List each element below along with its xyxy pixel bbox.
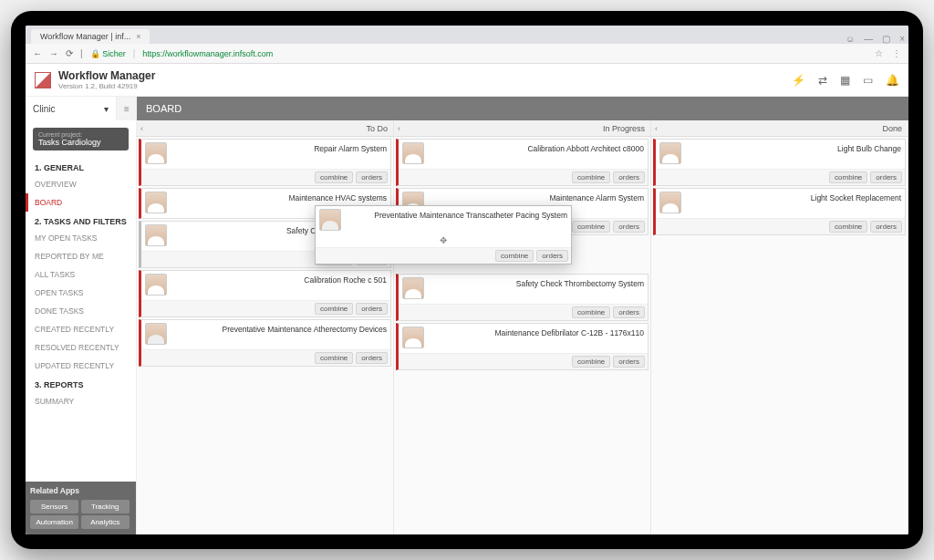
col-collapse-icon[interactable]: ‹ bbox=[398, 124, 400, 133]
nav-created[interactable]: CREATED RECENTLY bbox=[26, 320, 136, 338]
tab-title: Workflow Manager | inf... bbox=[40, 32, 130, 41]
nav-open[interactable]: OPEN TASKS bbox=[26, 284, 136, 302]
task-card[interactable]: Preventative Maintenance Atherectomy Dev… bbox=[139, 319, 391, 367]
task-card[interactable]: Maintenance Defibrilator C-12B - 1176x11… bbox=[396, 323, 649, 370]
avatar-icon bbox=[145, 323, 167, 345]
column-header-done: Done bbox=[882, 124, 902, 133]
task-card[interactable]: Calibration Abbott Architect c8000 combi… bbox=[396, 139, 649, 186]
related-sensors[interactable]: Sensors bbox=[30, 500, 78, 513]
grid-icon[interactable]: ▦ bbox=[840, 74, 850, 87]
device-frame: Workflow Manager | inf... × ☺ — ▢ × ← → … bbox=[11, 11, 923, 549]
combine-pill[interactable]: combine bbox=[315, 352, 353, 364]
close-window-icon[interactable]: × bbox=[899, 34, 905, 44]
star-icon[interactable]: ☆ bbox=[875, 48, 883, 58]
orders-pill[interactable]: orders bbox=[613, 356, 645, 368]
related-analytics[interactable]: Analytics bbox=[81, 515, 130, 529]
sub-header: Clinic ▾ ≡ BOARD bbox=[26, 97, 908, 120]
combine-pill[interactable]: combine bbox=[495, 250, 534, 262]
screen: Workflow Manager | inf... × ☺ — ▢ × ← → … bbox=[26, 26, 908, 534]
menu-icon[interactable]: ⋮ bbox=[892, 48, 901, 58]
task-card[interactable]: Light Socket Replacement combineorders bbox=[653, 188, 906, 235]
task-title: Preventative Maintenance Transcatheter P… bbox=[347, 209, 567, 220]
browser-tabbar: Workflow Manager | inf... × ☺ — ▢ × bbox=[26, 26, 908, 44]
maximize-icon[interactable]: ▢ bbox=[882, 34, 890, 44]
orders-pill[interactable]: orders bbox=[870, 171, 902, 183]
orders-pill[interactable]: orders bbox=[613, 306, 645, 318]
orders-pill[interactable]: orders bbox=[613, 221, 645, 233]
bell-icon[interactable]: 🔔 bbox=[886, 74, 899, 87]
combine-pill[interactable]: combine bbox=[572, 171, 610, 183]
related-automation[interactable]: Automation bbox=[30, 515, 78, 529]
orders-pill[interactable]: orders bbox=[356, 303, 388, 315]
orders-pill[interactable]: orders bbox=[356, 171, 388, 183]
url-text[interactable]: https://workflowmanager.infsoft.com bbox=[142, 49, 273, 58]
task-card[interactable]: Light Bulb Change combineorders bbox=[653, 139, 906, 186]
nav-section-tasks: 2. TASKS AND FILTERS bbox=[26, 212, 136, 229]
task-title: Repair Alarm System bbox=[172, 142, 387, 153]
avatar-icon bbox=[145, 192, 167, 213]
nav-section-reports: 3. REPORTS bbox=[26, 375, 136, 392]
clinic-label: Clinic bbox=[33, 104, 55, 114]
col-collapse-icon[interactable]: ‹ bbox=[140, 124, 143, 133]
project-label: Current project: bbox=[38, 131, 123, 138]
combine-pill[interactable]: combine bbox=[829, 221, 867, 233]
related-tracking[interactable]: Tracking bbox=[81, 500, 130, 513]
col-collapse-icon[interactable]: ‹ bbox=[655, 124, 658, 133]
project-value: Tasks Cardiology bbox=[38, 138, 123, 147]
forward-icon[interactable]: → bbox=[49, 48, 58, 58]
app-header: Workflow Manager Version 1.2, Build 4291… bbox=[26, 64, 908, 97]
combine-pill[interactable]: combine bbox=[315, 171, 353, 183]
clinic-selector[interactable]: Clinic ▾ bbox=[26, 97, 117, 120]
combine-pill[interactable]: combine bbox=[315, 303, 353, 315]
reload-icon[interactable]: ⟳ bbox=[66, 48, 73, 58]
minimize-icon[interactable]: — bbox=[864, 34, 873, 44]
nav-summary[interactable]: SUMMARY bbox=[26, 392, 136, 410]
avatar-icon bbox=[145, 274, 167, 296]
card-icon[interactable]: ▭ bbox=[863, 74, 873, 87]
task-card[interactable]: Repair Alarm System combineorders bbox=[139, 139, 391, 186]
avatar-icon bbox=[319, 209, 341, 231]
column-header-inprogress: In Progress bbox=[603, 124, 645, 133]
combine-pill[interactable]: combine bbox=[572, 306, 610, 318]
column-header-todo: To Do bbox=[366, 124, 388, 133]
task-title: Maintenance Alarm System bbox=[430, 192, 644, 202]
bolt-icon[interactable]: ⚡ bbox=[792, 74, 805, 87]
task-title: Light Bulb Change bbox=[687, 142, 901, 153]
board-title-bar: BOARD bbox=[137, 97, 908, 120]
task-title: Preventative Maintenance Atherectomy Dev… bbox=[172, 323, 387, 334]
combine-pill[interactable]: combine bbox=[572, 356, 610, 368]
column-todo: ‹To Do Repair Alarm System combineorders… bbox=[137, 120, 394, 534]
task-title: Maintenance HVAC systems bbox=[172, 192, 387, 202]
nav-reported[interactable]: REPORTED BY ME bbox=[26, 247, 136, 265]
orders-pill[interactable]: orders bbox=[870, 221, 902, 233]
dragging-card[interactable]: Preventative Maintenance Transcatheter P… bbox=[315, 205, 572, 264]
sliders-icon[interactable]: ⇄ bbox=[818, 74, 827, 87]
avatar-icon bbox=[402, 142, 424, 164]
orders-pill[interactable]: orders bbox=[356, 352, 388, 364]
back-icon[interactable]: ← bbox=[33, 48, 42, 58]
nav-updated[interactable]: UPDATED RECENTLY bbox=[26, 357, 136, 375]
hamburger-icon[interactable]: ≡ bbox=[117, 97, 137, 120]
task-card[interactable]: Safety Check Thrombectomy System combine… bbox=[396, 274, 649, 321]
user-icon[interactable]: ☺ bbox=[846, 34, 855, 44]
browser-tab[interactable]: Workflow Manager | inf... × bbox=[31, 29, 150, 44]
task-card[interactable]: Calibration Roche c 501 combineorders bbox=[139, 270, 391, 317]
close-tab-icon[interactable]: × bbox=[136, 32, 140, 41]
avatar-icon bbox=[145, 224, 167, 246]
combine-pill[interactable]: combine bbox=[572, 221, 610, 233]
nav-my-open[interactable]: MY OPEN TASKS bbox=[26, 229, 136, 247]
avatar-icon bbox=[659, 192, 681, 213]
nav-done[interactable]: DONE TASKS bbox=[26, 302, 136, 320]
nav-board[interactable]: BOARD bbox=[26, 193, 136, 212]
sidebar: Current project: Tasks Cardiology 1. GEN… bbox=[26, 120, 137, 534]
orders-pill[interactable]: orders bbox=[536, 250, 568, 262]
app-subtitle: Version 1.2, Build 42919 bbox=[58, 82, 155, 90]
task-title: Safety Check Thrombectomy System bbox=[430, 277, 644, 288]
nav-overview[interactable]: OVERVIEW bbox=[26, 175, 136, 193]
nav-resolved[interactable]: RESOLVED RECENTLY bbox=[26, 338, 136, 357]
project-selector[interactable]: Current project: Tasks Cardiology bbox=[33, 128, 129, 150]
nav-all[interactable]: ALL TASKS bbox=[26, 265, 136, 284]
related-apps: Related Apps Sensors Tracking Automation… bbox=[26, 482, 136, 534]
orders-pill[interactable]: orders bbox=[613, 171, 645, 183]
combine-pill[interactable]: combine bbox=[829, 171, 867, 183]
